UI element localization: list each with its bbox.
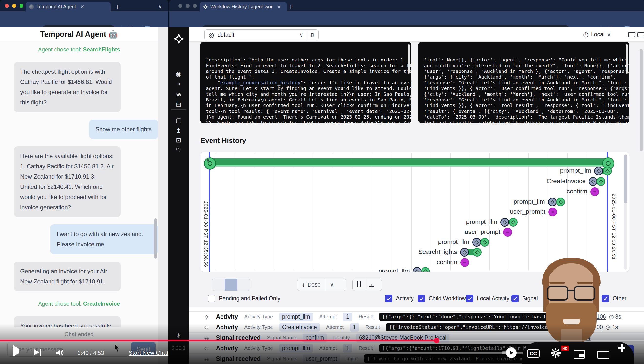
feedback-heart-icon[interactable]: ♡ <box>171 146 186 154</box>
code-scrollbar[interactable] <box>626 44 628 74</box>
filter-checkbox[interactable]: Pending and Failed Only <box>208 295 280 302</box>
event-dot[interactable] <box>509 218 518 227</box>
volume-icon[interactable] <box>56 349 65 358</box>
play-button[interactable] <box>13 349 19 353</box>
filter-checkbox[interactable]: Other <box>602 295 627 302</box>
sort-chevron-icon[interactable]: ∨ <box>326 282 338 288</box>
monitor-icon[interactable]: ⊡ <box>171 136 186 144</box>
open-external-icon[interactable]: ⧉ <box>310 32 314 38</box>
chat-bubble: Show me other flights <box>89 120 158 139</box>
left-toolbar: ← → ⟳ ⓘ localhost:5173 ☆ C⋮ ❑ | ⋮ <box>0 12 168 27</box>
close-window-button[interactable] <box>178 4 182 8</box>
result-json-panel[interactable]: 'tool': None}}, {'actor': 'agent', 'resp… <box>418 42 629 123</box>
archive-icon[interactable]: ⊟ <box>171 101 186 108</box>
tab-temporal-ai-agent[interactable]: Temporal AI Agent ✕ <box>26 2 110 12</box>
input-json-panel[interactable]: "description": "Help the user gather arg… <box>200 42 411 123</box>
chat-message: Here are the available flight options: 1… <box>0 146 158 217</box>
namespace-selector[interactable]: ◎ default ∨ ⧉ <box>204 29 318 40</box>
filter-checkbox[interactable]: Activity <box>385 295 414 302</box>
filter-checkbox[interactable]: Child Workflow <box>418 295 466 302</box>
video-progress-knob[interactable] <box>434 338 439 343</box>
import-icon[interactable]: ↥ <box>171 127 186 134</box>
checkbox-box <box>418 295 425 302</box>
event-type-icon <box>203 314 210 320</box>
window-controls[interactable] <box>178 4 197 8</box>
zoom-window-button[interactable] <box>20 4 24 8</box>
tab-title: Workflow History | agent-wor <box>210 4 272 10</box>
download-arrow-icon: ↓ <box>370 283 373 288</box>
tab-search-chevron-icon[interactable]: ∨ <box>158 4 162 10</box>
filter-checkbox[interactable]: Timer <box>548 295 573 302</box>
minimize-window-button[interactable] <box>12 4 16 8</box>
event-dot[interactable] <box>473 248 482 257</box>
event-dot[interactable] <box>548 198 557 206</box>
view-mode-tab[interactable] <box>225 279 237 290</box>
tab-close-icon[interactable]: ✕ <box>80 4 84 10</box>
timeline-scrollbar-thumb[interactable] <box>624 155 627 204</box>
event-dot[interactable] <box>500 218 509 227</box>
window-controls[interactable] <box>5 4 24 8</box>
pause-button[interactable] <box>353 281 365 288</box>
labs-icon[interactable]: ▢ <box>171 116 186 124</box>
temporal-logo[interactable] <box>174 34 184 44</box>
new-tab-button[interactable]: + <box>288 3 293 11</box>
schedules-icon[interactable]: ◔ <box>171 80 186 88</box>
download-button[interactable]: ↓ <box>365 283 377 287</box>
temporal-sidebar <box>168 27 189 364</box>
chat-bubble: I want to go with air new zealand. Pleas… <box>50 224 158 254</box>
event-dot[interactable] <box>503 228 512 237</box>
captions-button[interactable]: CC <box>527 349 540 358</box>
event-dot[interactable] <box>421 267 430 272</box>
event-dot[interactable] <box>413 267 422 272</box>
zoom-window-button[interactable] <box>193 4 197 8</box>
event-label: SearchFlights <box>418 248 457 256</box>
code-scrollbar[interactable] <box>408 44 410 74</box>
new-tab-button[interactable]: + <box>115 3 120 11</box>
event-history-timeline[interactable]: ∨ 2025-01-08 PST 12:35:38.56 2025-01-08 … <box>200 152 629 272</box>
workflows-icon[interactable]: ◉ <box>171 70 186 78</box>
chat-bubble: Agent chose tool: CreateInvoice <box>38 298 120 309</box>
namespace-name: default <box>218 32 234 38</box>
event-dot[interactable] <box>460 258 469 267</box>
close-window-button[interactable] <box>5 4 9 8</box>
chat-scrollbar[interactable] <box>154 218 157 258</box>
event-id-link[interactable]: 105 <box>584 314 594 320</box>
event-row[interactable]: Activity Activity Type prompt_llm Attemp… <box>189 311 644 322</box>
theater-mode-button[interactable] <box>597 351 609 360</box>
checkbox-box <box>466 295 474 302</box>
tab-workflow-history[interactable]: Workflow History | agent-wor ✕ <box>200 2 287 12</box>
event-dot[interactable] <box>556 198 565 206</box>
settings-gear-icon[interactable] <box>550 348 561 359</box>
event-dot[interactable] <box>594 167 603 176</box>
event-label: prompt_llm <box>560 167 591 174</box>
event-id-link[interactable]: 106 <box>596 314 606 320</box>
chevron-down-icon[interactable]: ∨ <box>607 31 611 38</box>
miniplayer-button[interactable] <box>574 350 585 360</box>
sort-order-button[interactable]: ↓Desc ∨ <box>297 278 346 291</box>
page-scrollbar-thumb[interactable] <box>640 49 642 151</box>
timezone-label[interactable]: Local <box>591 31 604 38</box>
event-dot[interactable] <box>603 167 612 176</box>
reader-glasses-icon[interactable] <box>628 32 644 37</box>
event-dot[interactable] <box>460 248 469 257</box>
event-dot[interactable] <box>596 177 605 186</box>
tab-close-icon[interactable]: ✕ <box>277 4 281 10</box>
stack-icon[interactable]: ≋ <box>171 91 186 98</box>
view-mode-tab[interactable] <box>212 279 225 290</box>
event-dot[interactable] <box>548 208 557 216</box>
next-button[interactable] <box>34 349 41 356</box>
event-dot[interactable] <box>472 238 481 247</box>
event-dot[interactable] <box>590 187 599 196</box>
event-dot[interactable] <box>480 238 489 247</box>
view-mode-tab[interactable] <box>237 279 250 290</box>
hd-quality-badge: HD <box>561 346 569 351</box>
minimize-window-button[interactable] <box>186 4 190 8</box>
filter-checkbox[interactable]: Local Activity <box>466 295 509 302</box>
filter-checkbox[interactable]: Signal <box>511 295 538 302</box>
event-label: user_prompt <box>510 208 546 216</box>
start-new-chat-link[interactable]: Start New Chat <box>128 349 168 356</box>
event-dot[interactable] <box>589 177 598 186</box>
event-label: prompt_llm <box>514 198 545 206</box>
autoplay-toggle[interactable] <box>502 348 517 358</box>
right-toolbar: ← → ⟳ ⓘ localhost:8233/namespaces/defaul… <box>169 12 644 27</box>
